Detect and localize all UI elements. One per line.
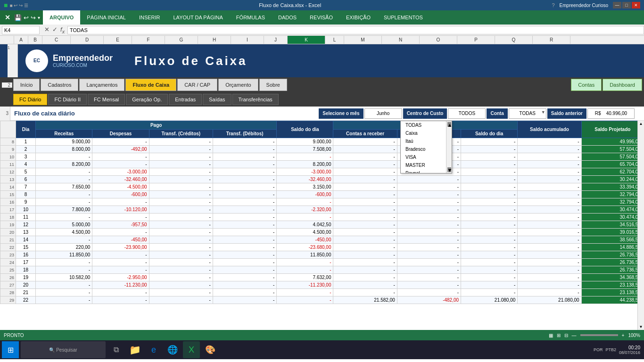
dropdown-option-bradesco[interactable]: Bradesco — [401, 145, 452, 153]
nav-cadastros[interactable]: Cadastros — [41, 79, 78, 91]
taskbar-paint[interactable]: 🎨 — [202, 341, 219, 358]
taskbar-search[interactable]: 🔍 Pesquisar — [21, 341, 106, 358]
cell-dia: 3 — [16, 153, 36, 161]
col-F: F — [132, 36, 165, 44]
row-number: 26 — [0, 274, 16, 281]
dropdown-option-itau[interactable]: Itaú — [401, 137, 452, 145]
zoom-in-btn[interactable]: + — [622, 333, 625, 338]
nav-lancamentos[interactable]: Lançamentos — [79, 79, 124, 91]
status-right: ▦ ⊞ ⊟ — + 100% — [549, 333, 640, 338]
zoom-out-btn[interactable]: — — [572, 333, 577, 338]
cell-dia: 8 — [16, 191, 36, 198]
tab-exibicao[interactable]: EXIBIÇÃO — [339, 10, 377, 25]
taskbar-task-view[interactable]: ⧉ — [107, 341, 124, 358]
col-R: R — [533, 36, 570, 44]
tab-revisao[interactable]: REVISÃO — [303, 10, 339, 25]
start-button[interactable]: ⊞ — [2, 341, 19, 358]
cell-saldo-dia-pago: - — [277, 214, 333, 221]
cell-reference-box[interactable]: K4 — [2, 26, 40, 34]
tab-layout[interactable]: LAYOUT DA PÁGINA — [167, 10, 230, 25]
tab-dados[interactable]: DADOS — [272, 10, 303, 25]
nav-fluxo-caixa[interactable]: Fluxo de Caixa — [125, 79, 176, 91]
insert-function-icon[interactable]: fx — [60, 26, 65, 34]
cell-contas-pagar: - — [397, 191, 461, 198]
tab-suplementos[interactable]: SUPLEMENTOS — [377, 10, 429, 25]
cell-contas-pagar: - — [397, 221, 461, 229]
more-icon[interactable]: ▾ — [38, 15, 40, 20]
taskbar-right: POR PTB2 00:20 08/07/2016 — [594, 345, 642, 355]
sub-nav-fc-diario[interactable]: FC Diário — [13, 94, 47, 105]
row-number: 9 — [0, 146, 16, 153]
vertical-scrollbar[interactable]: ▲ ▼ — [637, 121, 644, 330]
sub-nav-fc-mensal[interactable]: FC Mensal — [88, 94, 125, 105]
tab-pagina-inicial[interactable]: PÁGINA INICIAL — [80, 10, 132, 25]
nav-sobre[interactable]: Sobre — [259, 79, 287, 91]
cell-despesas: - — [92, 198, 149, 206]
cell-saldo-projetado: 23.138,50 — [581, 289, 644, 296]
taskbar-chrome[interactable]: 🌐 — [164, 341, 181, 358]
taskbar-file-explorer[interactable]: 📁 — [126, 341, 143, 358]
taskbar-edge[interactable]: e — [145, 341, 162, 358]
main-nav: 2 Início Cadastros Lançamentos Fluxo de … — [0, 77, 644, 92]
data-table: Dia Pago Saldo do dia Em aberto Saldo ac… — [0, 121, 644, 304]
table-row: 2821---------23.138,50 — [0, 289, 644, 296]
dropdown-option-caixa[interactable]: Caixa — [401, 129, 452, 137]
cell-transf-deb: - — [213, 236, 276, 244]
redo-icon[interactable]: ↪ — [31, 14, 36, 21]
status-text: PRONTO — [4, 333, 24, 338]
sub-nav-geracao-op[interactable]: Geração Op. — [126, 94, 168, 105]
cell-saldo-dia-aberto: - — [461, 221, 518, 229]
nav-dashboard[interactable]: Dashboard — [603, 79, 642, 91]
undo-icon[interactable]: ↩ — [24, 14, 29, 21]
close-button[interactable]: ✕ — [632, 2, 640, 8]
cell-transf-deb: - — [213, 214, 276, 221]
save-icon[interactable]: 💾 — [14, 14, 22, 21]
tab-formulas[interactable]: FÓRMULAS — [230, 10, 272, 25]
dropdown-option-paypal[interactable]: Paypal — [401, 169, 452, 173]
th-dia-spacer: Dia — [16, 121, 36, 138]
cell-despesas: -600,00 — [92, 191, 149, 198]
scroll-down-btn[interactable]: ▼ — [639, 325, 643, 329]
account-dropdown-arrow[interactable]: ▼ — [541, 110, 545, 115]
zoom-bar — [580, 334, 618, 336]
dropdown-option-master[interactable]: MASTER — [401, 161, 452, 169]
month-filter-input[interactable] — [364, 108, 402, 119]
nav-orcamento[interactable]: Orçamento — [218, 79, 258, 91]
maximize-button[interactable]: □ — [622, 2, 631, 8]
sub-nav-entradas[interactable]: Entradas — [169, 94, 202, 105]
cell-saldo-dia-aberto: - — [461, 274, 518, 281]
cost-center-filter-input[interactable] — [448, 108, 486, 119]
dropdown-option-visa[interactable]: VISA — [401, 153, 452, 161]
nav-car-cap[interactable]: CAR / CAP — [177, 79, 217, 91]
cell-contas-pagar: -482,00 — [397, 296, 461, 304]
sub-nav-fc-diario-ii[interactable]: FC Diário II — [48, 94, 87, 105]
view-pagebreak-icon[interactable]: ⊟ — [564, 333, 568, 338]
cell-saldo-dia-pago: 4.500,00 — [277, 229, 333, 236]
taskbar-excel[interactable]: X — [183, 341, 200, 358]
col-P: P — [457, 36, 495, 44]
minimize-button[interactable]: — — [613, 2, 621, 8]
view-normal-icon[interactable]: ▦ — [549, 333, 553, 338]
scroll-up-btn[interactable]: ▲ — [639, 122, 643, 126]
view-layout-icon[interactable]: ⊞ — [557, 333, 561, 338]
cell-despesas: - — [92, 138, 149, 146]
cell-dia: 22 — [16, 296, 36, 304]
tab-arquivo[interactable]: ARQUIVO — [43, 10, 80, 25]
nav-inicio[interactable]: Início — [13, 79, 40, 91]
sub-nav-transferencias[interactable]: Transferências — [232, 94, 279, 105]
formula-input[interactable]: TODAS — [67, 26, 644, 34]
dropdown-option-todas[interactable]: TODAS — [401, 121, 452, 129]
account-filter-input[interactable] — [509, 108, 546, 119]
scroll-down-indicator[interactable]: ▼ — [447, 167, 451, 172]
tab-inserir[interactable]: INSERIR — [132, 10, 167, 25]
cell-dia: 12 — [16, 221, 36, 229]
balance-input[interactable] — [587, 108, 635, 119]
cell-dia: 16 — [16, 251, 36, 259]
confirm-formula-icon[interactable]: ✓ — [52, 26, 58, 34]
nav-contas[interactable]: Contas — [571, 79, 602, 91]
cell-transf-deb: - — [213, 281, 276, 289]
cell-saldo-acumulado: - — [518, 244, 581, 251]
cancel-formula-icon[interactable]: ✕ — [44, 26, 50, 34]
sub-nav-saidas[interactable]: Saídas — [203, 94, 231, 105]
scroll-up-indicator[interactable]: ▲ — [447, 122, 451, 127]
